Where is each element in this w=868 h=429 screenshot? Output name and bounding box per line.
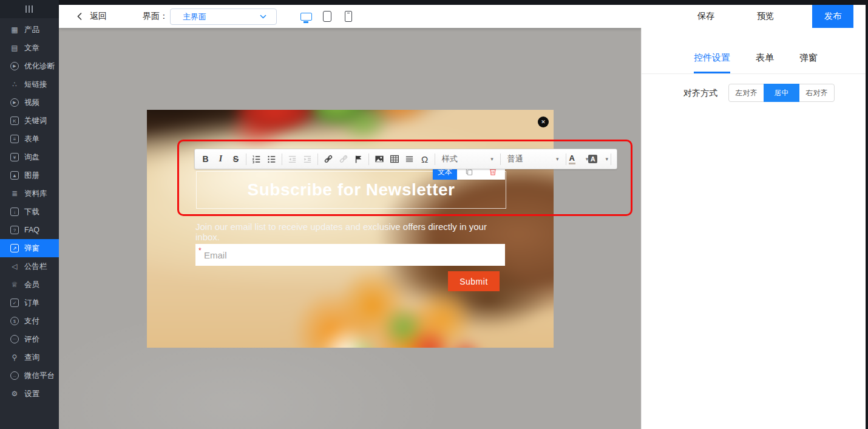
format-dropdown-button[interactable]: 普通▾ xyxy=(503,151,563,167)
sidebar-item-label: 产品 xyxy=(24,25,39,35)
anchor-flag-button[interactable] xyxy=(351,151,366,167)
sidebar-item-orders[interactable]: ✓订单 xyxy=(0,294,59,312)
toolbar-separator xyxy=(566,154,566,165)
horizontal-rule-button[interactable] xyxy=(402,151,417,167)
image-button[interactable] xyxy=(371,151,387,167)
indent-button[interactable] xyxy=(300,151,315,167)
device-preview-switch xyxy=(299,5,355,28)
orders-icon: ✓ xyxy=(10,299,19,307)
sidebar-item-search[interactable]: ⚲查询 xyxy=(0,348,59,367)
toolbar-separator xyxy=(611,154,611,165)
format-dropdown-value: 普通 xyxy=(507,154,523,164)
sidebar-item-label: 会员 xyxy=(24,280,39,290)
sidebar-item-label: 优化诊断 xyxy=(24,61,55,72)
newsletter-heading: Subscribe for Newsletter xyxy=(248,180,455,200)
interface-label: 界面： xyxy=(143,5,168,28)
settings-tabs: 控件设置表单弹窗 xyxy=(642,42,866,73)
window-top-strip xyxy=(0,0,868,5)
tab-控件设置[interactable]: 控件设置 xyxy=(694,42,730,73)
keywords-icon: K xyxy=(10,117,19,125)
save-button[interactable]: 保存 xyxy=(697,5,714,28)
sidebar-item-label: 查询 xyxy=(24,353,39,363)
sidebar-item-wechat-platform[interactable]: ‥微信平台 xyxy=(0,367,59,385)
sidebar-item-label: 资料库 xyxy=(24,189,47,199)
payments-icon: $ xyxy=(10,317,19,325)
products-icon: ▦ xyxy=(10,25,19,34)
sidebar-item-label: 询盘 xyxy=(24,152,39,163)
unlink-button[interactable] xyxy=(336,151,351,167)
sidebar-item-payments[interactable]: $支付 xyxy=(0,312,59,330)
sidebar-item-articles[interactable]: ▤文章 xyxy=(0,39,59,57)
inquiries-icon: ¥ xyxy=(10,153,19,161)
link-button[interactable] xyxy=(320,151,336,167)
desktop-preview-button[interactable] xyxy=(299,9,313,24)
bulleted-list-button[interactable] xyxy=(264,151,279,167)
members-icon: ♕ xyxy=(10,280,19,289)
preview-button[interactable]: 预览 xyxy=(757,5,774,28)
sidebar-item-label: 支付 xyxy=(24,316,39,326)
window-right-strip xyxy=(866,0,868,429)
publish-button[interactable]: 发布 xyxy=(812,5,853,28)
background-color-button[interactable]: A▾ xyxy=(588,151,608,167)
phone-icon xyxy=(345,11,352,22)
sidebar-item-popup[interactable]: ↗弹窗 xyxy=(0,239,59,257)
back-label: 返回 xyxy=(90,11,107,22)
text-color-button[interactable]: A▾ xyxy=(569,151,589,167)
newsletter-subtitle: Join our email list to receive updates a… xyxy=(195,221,508,242)
tablet-preview-button[interactable] xyxy=(320,9,334,24)
submit-button[interactable]: Submit xyxy=(448,271,500,291)
toolbar-separator xyxy=(435,154,435,165)
styles-dropdown-button[interactable]: 样式▾ xyxy=(438,151,498,167)
align-option-左对齐[interactable]: 左对齐 xyxy=(728,84,764,102)
special-character-button[interactable]: Ω xyxy=(417,151,432,167)
sidebar-item-members[interactable]: ♕会员 xyxy=(0,275,59,294)
sidebar-item-reviews[interactable]: ⋯评价 xyxy=(0,330,59,348)
align-option-右对齐[interactable]: 右对齐 xyxy=(799,84,835,102)
bold-button[interactable]: B xyxy=(198,151,213,167)
sidebar-item-inquiries[interactable]: ¥询盘 xyxy=(0,148,59,166)
sidebar-item-albums[interactable]: ▲图册 xyxy=(0,166,59,184)
italic-button[interactable]: I xyxy=(213,151,228,167)
sidebar-item-label: 关键词 xyxy=(24,116,47,126)
app-window: ▦产品▤文章▶优化诊断∴短链接▶视频K关键词≡表单¥询盘▲图册≣资料库↓下载?F… xyxy=(0,0,868,429)
align-label: 对齐方式 xyxy=(683,88,717,99)
reviews-icon: ⋯ xyxy=(10,335,19,343)
table-button[interactable] xyxy=(387,151,402,167)
sidebar-item-products[interactable]: ▦产品 xyxy=(0,21,59,39)
sidebar-item-label: FAQ xyxy=(24,226,39,234)
tab-表单[interactable]: 表单 xyxy=(756,42,774,73)
align-option-居中[interactable]: 居中 xyxy=(764,84,799,102)
faq-icon: ? xyxy=(10,226,19,234)
numbered-list-button[interactable] xyxy=(249,151,264,167)
toolbar-separator xyxy=(317,154,318,165)
editor-canvas: ✕ Subscribe for Newsletter Join our emai… xyxy=(59,28,641,429)
email-field[interactable] xyxy=(195,244,505,266)
search-icon: ⚲ xyxy=(10,353,19,362)
mobile-preview-button[interactable] xyxy=(342,9,355,24)
tablet-icon xyxy=(323,11,331,22)
videos-icon: ▶ xyxy=(10,98,19,107)
chevron-down-icon xyxy=(260,15,266,19)
strikethrough-button[interactable]: S xyxy=(228,151,243,167)
sidebar-item-label: 订单 xyxy=(24,298,39,308)
sidebar-item-library[interactable]: ≣资料库 xyxy=(0,184,59,203)
sidebar-item-videos[interactable]: ▶视频 xyxy=(0,93,59,112)
sidebar-item-keywords[interactable]: K关键词 xyxy=(0,112,59,130)
interface-select[interactable]: 主界面 xyxy=(170,8,277,25)
sidebar-item-optimization-diagnosis[interactable]: ▶优化诊断 xyxy=(0,57,59,75)
sidebar-item-short-links[interactable]: ∴短链接 xyxy=(0,75,59,93)
sidebar-item-label: 视频 xyxy=(24,98,39,108)
sidebar-item-label: 下载 xyxy=(24,207,39,217)
sidebar-collapse-handle[interactable] xyxy=(0,0,59,18)
popup-close-button[interactable]: ✕ xyxy=(538,117,549,127)
outdent-button[interactable] xyxy=(285,151,300,167)
sidebar-item-forms[interactable]: ≡表单 xyxy=(0,130,59,148)
sidebar-item-downloads[interactable]: ↓下载 xyxy=(0,203,59,221)
sidebar-item-faq[interactable]: ?FAQ xyxy=(0,221,59,239)
settings-icon: ⚙ xyxy=(10,390,19,398)
sidebar-item-settings[interactable]: ⚙设置 xyxy=(0,385,59,403)
back-button[interactable]: 返回 xyxy=(76,5,107,28)
sidebar-item-announcements[interactable]: ◁公告栏 xyxy=(0,257,59,275)
tab-弹窗[interactable]: 弹窗 xyxy=(799,42,818,73)
sidebar-menu: ▦产品▤文章▶优化诊断∴短链接▶视频K关键词≡表单¥询盘▲图册≣资料库↓下载?F… xyxy=(0,21,59,403)
